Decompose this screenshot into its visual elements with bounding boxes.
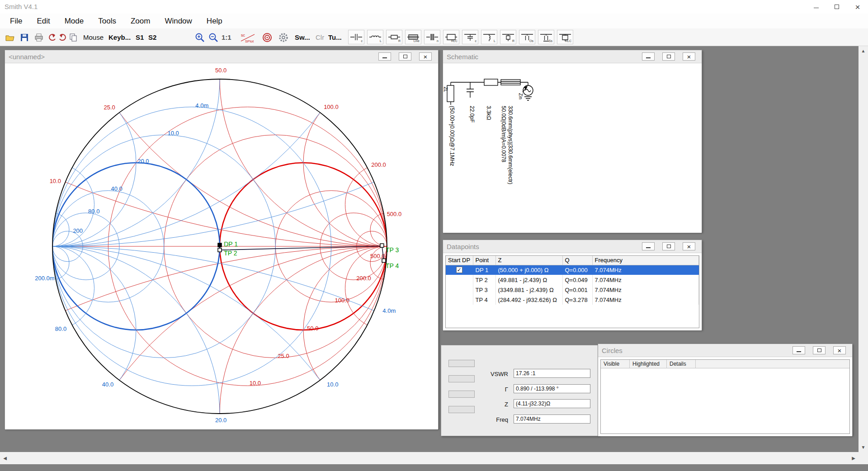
schematic-window-titlebar[interactable]: Schematic × [443, 50, 702, 63]
open-button[interactable] [4, 31, 16, 44]
chart-window-buttons: × [378, 52, 432, 61]
column-z[interactable]: Z [495, 256, 562, 265]
restore-button[interactable] [399, 52, 411, 61]
app-titlebar[interactable]: Smith V4.1 × [0, 0, 868, 14]
shunt-rlc-button[interactable]: RLC [557, 30, 573, 44]
marker-tp3[interactable] [380, 244, 384, 247]
vertical-scrollbar[interactable]: ▲ ▼ [859, 46, 868, 452]
series-rlc-button[interactable]: RLC [443, 30, 459, 44]
zoom-in-button[interactable] [193, 31, 206, 44]
circles-list[interactable] [601, 368, 849, 434]
menu-mode[interactable]: Mode [57, 14, 91, 28]
app-close-button[interactable]: × [847, 0, 868, 14]
transmission-line-symbol [501, 80, 520, 85]
menu-help[interactable]: Help [199, 14, 230, 28]
column-start-dp[interactable]: Start DP [446, 256, 473, 265]
column-visible[interactable]: Visible [601, 360, 630, 368]
close-button[interactable]: × [419, 52, 432, 61]
transformer-button[interactable]: n [424, 30, 440, 44]
scroll-down-icon[interactable]: ▼ [859, 443, 868, 452]
shunt-capacitor-button[interactable]: c [462, 30, 478, 44]
datapoint-row[interactable]: TP 2(49.881 - j2.439) ΩQ=0.0497.074MHz [446, 275, 699, 285]
marker-tp2[interactable] [218, 248, 222, 252]
s2-button[interactable]: S2 [148, 31, 156, 44]
column-frequency[interactable]: Frequency [592, 256, 699, 265]
restore-button[interactable] [813, 346, 826, 354]
menu-zoom[interactable]: Zoom [123, 14, 157, 28]
restore-button[interactable] [662, 242, 675, 250]
tune-button[interactable]: Tu... [328, 31, 342, 44]
field-stub[interactable] [448, 360, 475, 367]
minimize-button[interactable] [642, 52, 655, 61]
grid-label: 100.0 [335, 297, 350, 304]
datapoints-window-titlebar[interactable]: Datapoints × [443, 240, 702, 253]
datapoint-row[interactable]: TP 4(284.492 - j932.626) ΩQ=3.2787.074MH… [446, 295, 699, 305]
menu-file[interactable]: File [3, 14, 29, 28]
shunt-inductor-button[interactable]: L [481, 30, 497, 44]
column-details[interactable]: Details [667, 360, 696, 368]
keyboard-mode-button[interactable]: Keyb... [108, 31, 131, 44]
shunt-inductor-icon: L [482, 32, 496, 42]
datapoint-row[interactable]: TP 3(3349.881 - j2.439) ΩQ=0.0017.074MHz [446, 285, 699, 295]
chart-window-titlebar[interactable]: <unnamed> × [5, 50, 438, 63]
shunt-resistor-button[interactable]: R [500, 30, 516, 44]
column-q[interactable]: Q [562, 256, 592, 265]
mouse-mode-button[interactable]: Mouse [83, 31, 104, 44]
marker-label: TP 4 [386, 262, 399, 269]
horizontal-scrollbar[interactable]: ◀ ▶ [0, 452, 859, 464]
clear-button[interactable]: Clr [316, 31, 324, 44]
smith-chart[interactable]: 50.025.0100.010.0200.0500.0500.0200.0100… [5, 63, 438, 429]
scroll-up-icon[interactable]: ▲ [859, 46, 868, 56]
circles-window-titlebar[interactable]: Circles × [598, 344, 852, 357]
close-button[interactable]: × [683, 52, 695, 61]
app-maximize-button[interactable] [826, 0, 847, 14]
vswr-field[interactable]: 17.26 :1 [514, 369, 590, 378]
datapoint-row[interactable]: ✓DP 1(50.000 + j0.000) ΩQ=0.0007.074MHz [446, 265, 699, 275]
column-point[interactable]: Point [473, 256, 495, 265]
close-button[interactable]: × [683, 242, 695, 250]
marker-tp4[interactable] [382, 259, 386, 262]
cell-start-dp [446, 285, 473, 295]
smith-chart-canvas[interactable]: 50.025.0100.010.0200.0500.0500.0200.0100… [5, 63, 438, 429]
menu-window[interactable]: Window [157, 14, 199, 28]
gamma-field[interactable]: 0.890 / -113.998 ° [514, 384, 590, 393]
start-dp-checkbox[interactable]: ✓ [456, 267, 462, 273]
restore-button[interactable] [662, 52, 675, 61]
scroll-right-icon[interactable]: ▶ [849, 452, 859, 464]
series-resistor-button[interactable]: R [386, 30, 402, 44]
menu-tools[interactable]: Tools [91, 14, 123, 28]
s1-button[interactable]: S1 [136, 31, 144, 44]
zoom-out-button[interactable] [207, 31, 220, 44]
schematic-window: Schematic × [443, 50, 702, 232]
series-capacitor-button[interactable]: c [348, 30, 364, 44]
marker-dp1[interactable] [218, 243, 222, 247]
shunt-open-stub-button[interactable]: Os [519, 30, 535, 44]
circles-tool-button[interactable] [260, 31, 274, 44]
series-line-button[interactable]: Line [405, 30, 421, 44]
settings-button[interactable] [277, 31, 290, 44]
z-field[interactable]: (4.11-j32.32)Ω [514, 399, 590, 408]
app-minimize-button[interactable] [806, 0, 826, 14]
column-highlighted[interactable]: Highlighted [630, 360, 667, 368]
copy-button[interactable] [67, 31, 80, 44]
print-button[interactable] [33, 31, 45, 44]
series-rlc-icon: RLC [444, 32, 458, 42]
smith-splot-toggle-button[interactable]: scSPlot [239, 31, 258, 44]
schematic-canvas[interactable]: ZL (50.00+j0.00)Ω@7.1MHz 22.0pF 3.3kΩ 50… [443, 63, 702, 233]
cell-q: Q=0.049 [562, 275, 592, 285]
restore-icon [667, 245, 671, 248]
sweep-button[interactable]: Sw... [295, 31, 310, 44]
menu-edit[interactable]: Edit [29, 14, 57, 28]
cell-frequency: 7.074MHz [592, 265, 699, 275]
close-button[interactable]: × [833, 346, 846, 354]
series-inductor-button[interactable]: L [367, 30, 383, 44]
freq-field[interactable]: 7.074MHz [514, 414, 590, 424]
minimize-button[interactable] [378, 52, 391, 61]
shunt-shorted-stub-button[interactable]: Ss [538, 30, 554, 44]
minimize-button[interactable] [642, 242, 655, 250]
zoom-ratio-button[interactable]: 1:1 [222, 31, 231, 44]
save-button[interactable] [18, 31, 31, 44]
scroll-left-icon[interactable]: ◀ [0, 452, 10, 464]
minimize-button[interactable] [793, 346, 805, 354]
grid-label: 10.0 [167, 130, 179, 137]
